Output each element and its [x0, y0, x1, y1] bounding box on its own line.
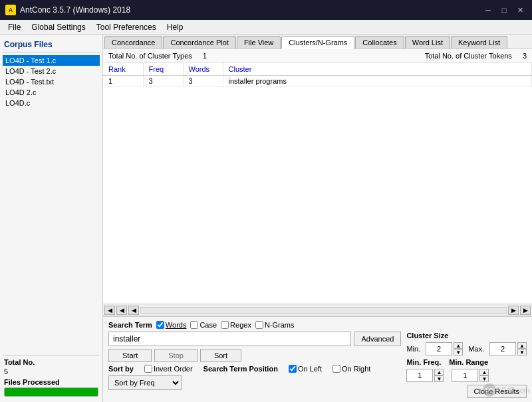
cluster-min-input[interactable] — [426, 342, 452, 355]
cell-words: 3 — [183, 76, 223, 87]
min-freq-up[interactable]: ▲ — [434, 369, 444, 375]
cluster-min-down[interactable]: ▼ — [454, 349, 463, 355]
scroll-left-btn[interactable]: ◀ — [104, 306, 115, 315]
ngrams-label: N-Grams — [265, 321, 295, 329]
case-checkbox-group: Case — [190, 321, 217, 329]
stop-button[interactable]: Stop — [154, 349, 198, 362]
sort-button[interactable]: Sort — [200, 349, 241, 362]
file-item-4[interactable]: LO4D.c — [3, 98, 100, 108]
right-panel: Concordance Concordance Plot File View C… — [103, 35, 532, 402]
sort-select[interactable]: Sort by Freq Sort by Range Sort by Clust… — [108, 375, 182, 390]
invert-order-checkbox[interactable] — [144, 365, 152, 373]
regex-checkbox-group: Regex — [221, 321, 251, 329]
watermark: LO LO4D.com — [483, 383, 529, 397]
action-row: Start Stop Sort — [108, 349, 401, 362]
min-range-input[interactable] — [452, 369, 478, 382]
progress-bar — [4, 387, 98, 397]
watermark-icon: LO — [483, 383, 496, 397]
on-right-checkbox-group: On Right — [332, 365, 370, 373]
min-freq-range-row: Min. Freq. Min. Range — [406, 358, 527, 366]
on-left-checkbox[interactable] — [289, 365, 297, 373]
cell-freq: 3 — [143, 76, 183, 87]
files-processed-label: Files Processed — [4, 378, 98, 386]
advanced-button[interactable]: Advanced — [354, 332, 401, 346]
min-range-up[interactable]: ▲ — [479, 369, 489, 375]
maximize-button[interactable]: □ — [497, 3, 511, 17]
watermark-text: LO4D.com — [497, 387, 529, 394]
tab-file-view[interactable]: File View — [237, 36, 281, 49]
total-cluster-tokens-label: Total No. of Cluster Tokens — [425, 52, 512, 60]
horizontal-scroll-area: ◀ ◀ ◀ ▶ ▶ — [103, 304, 532, 316]
scroll-right2-btn[interactable]: ▶ — [520, 306, 531, 315]
close-button[interactable]: ✕ — [513, 3, 527, 17]
content-area: Total No. of Cluster Types 1 Total No. o… — [103, 49, 532, 402]
on-left-checkbox-group: On Left — [289, 365, 322, 373]
total-cluster-types-value: 1 — [203, 52, 207, 60]
case-checkbox[interactable] — [190, 321, 198, 329]
file-item-1[interactable]: LO4D - Test 2.c — [3, 66, 100, 76]
menu-file[interactable]: File — [3, 21, 26, 33]
total-cluster-types-label: Total No. of Cluster Types — [108, 52, 192, 60]
min-freq-spinner: ▲ ▼ — [406, 369, 444, 382]
scroll-track[interactable] — [140, 307, 507, 314]
cell-rank: 1 — [103, 76, 143, 87]
total-no-label: Total No. — [4, 358, 98, 366]
table-row: 1 3 3 installer programs — [103, 76, 532, 87]
on-right-label: On Right — [342, 365, 370, 373]
menu-tool-preferences[interactable]: Tool Preferences — [91, 21, 162, 33]
min-range-spinner: ▲ ▼ — [452, 369, 489, 382]
file-list: LO4D - Test 1.c LO4D - Test 2.c LO4D - T… — [3, 55, 100, 355]
scroll-left2-btn[interactable]: ◀ — [116, 306, 127, 315]
start-button[interactable]: Start — [108, 349, 152, 362]
min-freq-down[interactable]: ▼ — [434, 375, 444, 382]
tab-concordance[interactable]: Concordance — [104, 36, 162, 49]
scroll-right-btn[interactable]: ▶ — [508, 306, 519, 315]
cluster-max-input[interactable] — [489, 342, 516, 355]
case-label: Case — [200, 321, 217, 329]
search-input[interactable] — [108, 332, 351, 346]
cluster-size-row: Min. ▲ ▼ Max. — [406, 342, 527, 355]
app-title: AntConc 3.5.7 (Windows) 2018 — [20, 5, 130, 15]
cluster-min-label: Min. — [406, 345, 420, 353]
search-term-row: Search Term Words Case Regex — [108, 321, 527, 329]
ngrams-checkbox[interactable] — [255, 321, 263, 329]
tab-keyword-list[interactable]: Keyword List — [451, 36, 507, 49]
words-checkbox[interactable] — [156, 321, 164, 329]
col-freq[interactable]: Freq — [143, 63, 183, 76]
menu-global-settings[interactable]: Global Settings — [26, 21, 90, 33]
tab-word-list[interactable]: Word List — [405, 36, 450, 49]
results-table: Rank Freq Words Cluster 1 3 3 installer … — [103, 63, 532, 87]
col-words[interactable]: Words — [183, 63, 223, 76]
regex-checkbox[interactable] — [221, 321, 229, 329]
corpus-files-title: Corpus Files — [3, 37, 100, 52]
tab-collocates[interactable]: Collocates — [355, 36, 404, 49]
on-right-checkbox[interactable] — [332, 365, 340, 373]
tab-clusters-ngrams[interactable]: Clusters/N-Grams — [281, 36, 354, 49]
tab-concordance-plot[interactable]: Concordance Plot — [163, 36, 235, 49]
sort-select-row: Sort by Freq Sort by Range Sort by Clust… — [108, 375, 401, 390]
stats-row: Total No. of Cluster Types 1 Total No. o… — [103, 49, 532, 63]
min-freq-input[interactable] — [406, 369, 433, 382]
menu-help[interactable]: Help — [162, 21, 189, 33]
col-rank[interactable]: Rank — [103, 63, 143, 76]
app-icon: A — [5, 5, 16, 15]
on-left-label: On Left — [298, 365, 322, 373]
bottom-controls: Search Term Words Case Regex — [103, 316, 532, 402]
col-cluster[interactable]: Cluster — [223, 63, 532, 76]
scroll-left3-btn[interactable]: ◀ — [128, 306, 139, 315]
progress-fill — [5, 388, 98, 396]
options-row: Sort by Invert Order Search Term Positio… — [108, 365, 401, 373]
search-input-row: Advanced — [108, 332, 401, 346]
cluster-max-down[interactable]: ▼ — [517, 349, 527, 355]
min-range-down[interactable]: ▼ — [479, 375, 489, 382]
total-no-value: 5 — [4, 367, 98, 375]
file-item-0[interactable]: LO4D - Test 1.c — [3, 55, 100, 66]
file-item-2[interactable]: LO4D - Test.txt — [3, 76, 100, 87]
file-item-3[interactable]: LO4D 2.c — [3, 87, 100, 98]
minimize-button[interactable]: ─ — [481, 3, 495, 17]
menu-bar: File Global Settings Tool Preferences He… — [0, 20, 532, 35]
min-freq-range-inputs: ▲ ▼ ▲ ▼ — [406, 369, 527, 382]
cluster-max-up[interactable]: ▲ — [517, 342, 527, 349]
search-term-position-label: Search Term Position — [203, 365, 278, 373]
cluster-min-up[interactable]: ▲ — [454, 342, 463, 349]
